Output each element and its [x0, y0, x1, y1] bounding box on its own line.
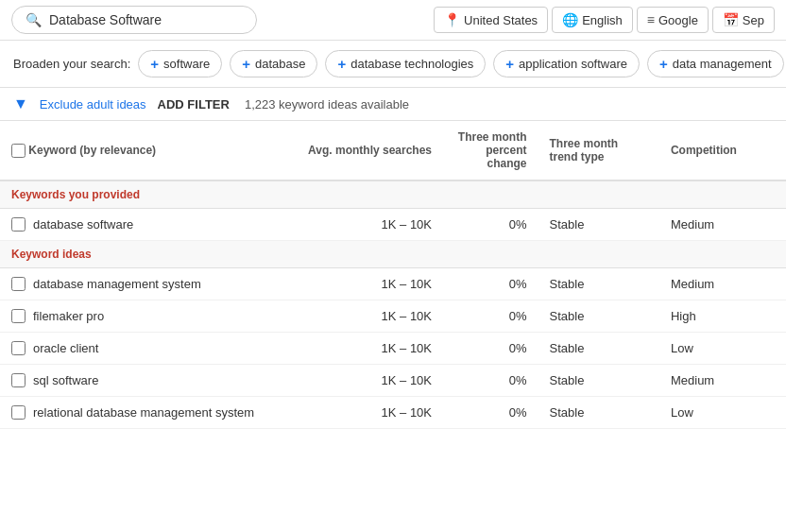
broaden-bar: Broaden your search: + software + databa… [0, 41, 786, 88]
cell-keyword: database management system [0, 268, 296, 300]
row-checkbox[interactable] [11, 341, 26, 355]
cell-competition: Low [659, 333, 786, 365]
cell-competition: Medium [659, 365, 786, 397]
row-checkbox[interactable] [11, 309, 26, 323]
table-row: database management system 1K – 10K 0% S… [0, 268, 786, 300]
filter-icon: ▼ [13, 95, 28, 112]
table-row: filemaker pro 1K – 10K 0% Stable High [0, 300, 786, 333]
location-icon: 📍 [444, 12, 460, 27]
cell-trend-type: Stable [538, 365, 659, 397]
cell-competition: Medium [659, 268, 786, 300]
th-competition-label: Competition [671, 144, 737, 157]
cell-keyword: oracle client [0, 333, 296, 365]
header-controls: 📍 United States 🌐 English ≡ Google 📅 Sep [434, 7, 775, 33]
th-3m-pct-label: Three month percent change [458, 130, 527, 170]
keyword-text: sql software [33, 373, 98, 387]
cell-trend-type: Stable [538, 300, 659, 333]
cell-trend-type: Stable [538, 333, 659, 365]
row-checkbox[interactable] [11, 373, 26, 387]
location-label: United States [464, 13, 538, 27]
tag-data-management[interactable]: + data management [647, 50, 784, 77]
cell-keyword: sql software [0, 365, 296, 397]
toolbar: ▼ Exclude adult ideas ADD FILTER 1,223 k… [0, 88, 786, 121]
tag-database[interactable]: + database [230, 50, 317, 77]
table-row: database software 1K – 10K 0% Stable Med… [0, 209, 786, 241]
add-filter-button[interactable]: ADD FILTER [158, 97, 230, 112]
cell-trend-type: Stable [538, 209, 659, 241]
plus-icon: + [337, 56, 346, 72]
network-icon: ≡ [647, 12, 655, 27]
th-3m-pct: Three month percent change [443, 121, 538, 180]
exclude-adult-button[interactable]: Exclude adult ideas [40, 97, 146, 112]
tag-label: data management [673, 57, 772, 71]
tag-label: application software [519, 57, 627, 71]
th-avg: Avg. monthly searches [296, 121, 443, 180]
language-label: English [582, 13, 623, 27]
cell-competition: High [659, 300, 786, 333]
cell-competition: Low [659, 397, 786, 429]
keyword-text: database management system [33, 277, 201, 291]
network-label: Google [658, 13, 698, 27]
cell-avg: 1K – 10K [296, 300, 443, 333]
cell-pct: 0% [443, 397, 538, 429]
search-icon: 🔍 [26, 12, 42, 27]
th-avg-label: Avg. monthly searches [308, 144, 432, 157]
date-label: Sep [743, 13, 764, 27]
section-ideas: Keyword ideas [0, 241, 786, 268]
cell-avg: 1K – 10K [296, 365, 443, 397]
cell-pct: 0% [443, 365, 538, 397]
cell-pct: 0% [443, 268, 538, 300]
network-button[interactable]: ≡ Google [637, 7, 709, 33]
row-checkbox[interactable] [11, 217, 26, 232]
tag-label: database [255, 57, 306, 71]
table-row: relational database management system 1K… [0, 397, 786, 429]
search-value: Database Software [49, 12, 162, 27]
search-box[interactable]: 🔍 Database Software [11, 6, 257, 34]
cell-keyword: relational database management system [0, 397, 296, 429]
plus-icon: + [150, 56, 159, 72]
cell-trend-type: Stable [538, 268, 659, 300]
cell-avg: 1K – 10K [296, 268, 443, 300]
tag-application-software[interactable]: + application software [493, 50, 640, 77]
language-button[interactable]: 🌐 English [552, 7, 633, 33]
th-keyword-label: Keyword (by relevance) [28, 144, 156, 157]
cell-keyword: database software [0, 209, 296, 241]
plus-icon: + [505, 56, 514, 72]
row-checkbox[interactable] [11, 405, 26, 420]
keyword-text: oracle client [33, 341, 98, 355]
cell-pct: 0% [443, 300, 538, 333]
calendar-icon: 📅 [723, 12, 739, 27]
header: 🔍 Database Software 📍 United States 🌐 En… [0, 0, 786, 41]
date-button[interactable]: 📅 Sep [712, 7, 775, 33]
row-checkbox[interactable] [11, 277, 26, 291]
cell-keyword: filemaker pro [0, 300, 296, 333]
th-competition: Competition [659, 121, 786, 180]
cell-competition: Medium [659, 209, 786, 241]
location-button[interactable]: 📍 United States [434, 7, 548, 33]
tag-database-technologies[interactable]: + database technologies [325, 50, 486, 77]
cell-trend-type: Stable [538, 397, 659, 429]
language-icon: 🌐 [562, 12, 578, 27]
th-3m-type-label: Three month trend type [550, 137, 619, 163]
tag-software[interactable]: + software [138, 50, 222, 77]
th-3m-type: Three month trend type [538, 121, 659, 180]
tag-label: software [163, 57, 210, 71]
table-header-row: Keyword (by relevance) Avg. monthly sear… [0, 121, 786, 180]
keyword-text: database software [33, 217, 133, 232]
select-all-checkbox[interactable] [11, 144, 26, 158]
plus-icon: + [242, 56, 250, 72]
table-row: sql software 1K – 10K 0% Stable Medium [0, 365, 786, 397]
keyword-text: filemaker pro [33, 309, 104, 323]
th-checkbox: Keyword (by relevance) [0, 121, 296, 180]
keyword-count: 1,223 keyword ideas available [245, 97, 409, 112]
table-row: oracle client 1K – 10K 0% Stable Low [0, 333, 786, 365]
cell-avg: 1K – 10K [296, 333, 443, 365]
broaden-label: Broaden your search: [13, 57, 130, 71]
cell-pct: 0% [443, 209, 538, 241]
cell-pct: 0% [443, 333, 538, 365]
tag-label: database technologies [350, 57, 473, 71]
plus-icon: + [659, 56, 668, 72]
section-provided: Keywords you provided [0, 180, 786, 209]
keyword-table: Keyword (by relevance) Avg. monthly sear… [0, 121, 786, 429]
cell-avg: 1K – 10K [296, 397, 443, 429]
